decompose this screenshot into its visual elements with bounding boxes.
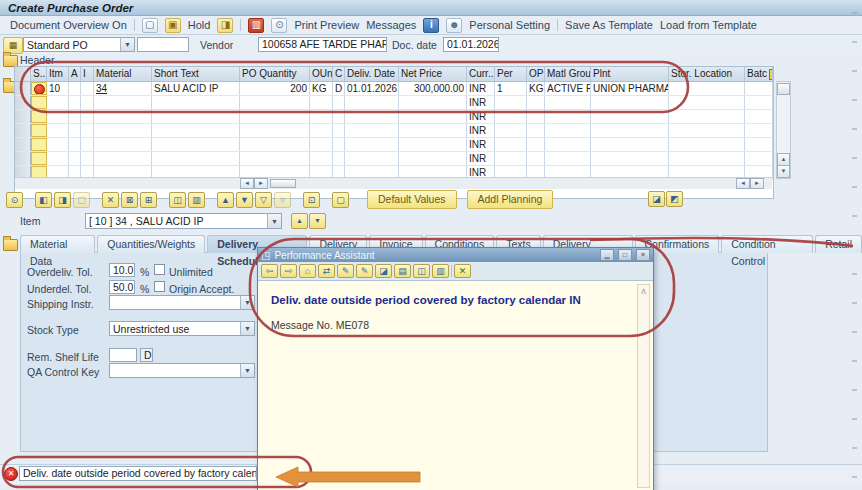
column-header[interactable]: Material xyxy=(94,67,152,81)
close-help-icon[interactable]: ✕ xyxy=(454,264,471,278)
create-document-icon[interactable]: ▢ xyxy=(142,18,158,33)
briefcase-icon[interactable]: ⊡ xyxy=(303,192,320,208)
cell-curr-default[interactable]: INR xyxy=(467,124,495,137)
row-status-cell[interactable] xyxy=(31,138,47,151)
tab-quantities-weights[interactable]: Quantities/Weights xyxy=(97,235,205,253)
chevron-down-icon[interactable]: ▼ xyxy=(240,296,254,309)
status-error-icon[interactable]: ✕ xyxy=(4,467,18,481)
cell-oun[interactable]: KG xyxy=(310,82,333,95)
row-status-cell[interactable] xyxy=(31,152,47,165)
row-selector[interactable] xyxy=(15,110,31,123)
home-icon[interactable]: ⌂ xyxy=(299,264,316,278)
vertical-scroll-thumb[interactable] xyxy=(777,83,790,95)
column-header[interactable]: Deliv. Date xyxy=(345,67,399,81)
cell-po-quantity[interactable]: 200 xyxy=(240,82,310,95)
tab-retail[interactable]: Retail xyxy=(815,235,862,253)
column-header[interactable]: S... xyxy=(31,67,47,81)
doc-date-field[interactable]: 01.01.2026 xyxy=(443,37,499,52)
pencil-icon[interactable]: ✎ xyxy=(356,264,373,278)
cell-itm[interactable]: 10 xyxy=(47,82,69,95)
table-row-empty[interactable]: INR xyxy=(15,138,773,152)
cell-stor-location[interactable] xyxy=(669,82,745,95)
column-header[interactable]: Itm xyxy=(47,67,69,81)
column-header[interactable]: A xyxy=(69,67,81,81)
column-header[interactable]: Plnt xyxy=(591,67,669,81)
glossary-icon[interactable]: ◪ xyxy=(375,264,392,278)
alert-icon[interactable]: ▥ xyxy=(248,18,264,33)
chevron-down-icon[interactable]: ▼ xyxy=(267,214,281,228)
vendor-field[interactable]: 100658 AFE TARDE PHARMACEUTICA.. xyxy=(258,37,387,52)
save-as-template-button[interactable]: Save As Template xyxy=(565,19,653,31)
document-overview-button[interactable]: Document Overview On xyxy=(10,19,127,31)
search-icon[interactable]: ⊙ xyxy=(6,192,23,208)
popup-scrollbar[interactable]: ∧ xyxy=(637,284,650,488)
scroll-left-button-2[interactable]: ◄ xyxy=(736,178,750,189)
filter-icon[interactable]: ▽ xyxy=(255,192,272,208)
cell-curr-default[interactable]: INR xyxy=(467,110,495,123)
info-icon[interactable]: i xyxy=(423,18,439,33)
cell-curr-default[interactable]: INR xyxy=(467,96,495,109)
table-row-empty[interactable]: INR xyxy=(15,124,773,138)
column-header[interactable]: I xyxy=(81,67,94,81)
cell-curr[interactable]: INR xyxy=(467,82,495,95)
origin-accept-checkbox[interactable] xyxy=(154,281,165,292)
load-from-template-button[interactable]: Load from Template xyxy=(660,19,757,31)
column-header[interactable]: PO Quantity xyxy=(240,67,310,81)
delete-item-icon[interactable]: ✕ xyxy=(102,192,119,208)
cell-c[interactable]: D xyxy=(333,82,345,95)
row-status-cell[interactable] xyxy=(31,82,47,95)
stock-type-select[interactable]: Unrestricted use ▼ xyxy=(109,321,255,336)
cell-per[interactable]: 1 xyxy=(495,82,527,95)
cell-material-link[interactable]: 34 xyxy=(94,82,152,95)
popup-titlebar[interactable]: ◳ Performance Assistant ▁ □ ✕ xyxy=(258,248,653,262)
print-preview-icon[interactable]: ⊙ xyxy=(271,18,287,33)
cell-net-price[interactable]: 300,000.00 xyxy=(399,82,467,95)
duplicate-icon[interactable]: ◫ xyxy=(169,192,186,208)
unlock-icon[interactable]: ⊞ xyxy=(140,192,157,208)
column-settings-icon[interactable]: ▥ xyxy=(188,192,205,208)
table-row-empty[interactable]: INR xyxy=(15,110,773,124)
row-selector[interactable] xyxy=(15,96,31,109)
column-header[interactable]: Matl Group xyxy=(545,67,591,81)
row-selector[interactable] xyxy=(15,82,31,95)
column-header[interactable]: Net Price xyxy=(399,67,467,81)
copy-document-icon[interactable]: ▣ xyxy=(165,18,181,33)
cell-curr-default[interactable]: INR xyxy=(467,138,495,151)
row-status-cell[interactable] xyxy=(31,110,47,123)
overdeliv-tol-field[interactable]: 10.0 xyxy=(109,263,135,277)
book-icon[interactable]: ▤ xyxy=(394,264,411,278)
table-row-empty[interactable]: INR xyxy=(15,152,773,166)
maximize-icon[interactable]: □ xyxy=(618,249,632,261)
column-header[interactable]: Per xyxy=(495,67,527,81)
selector-column-header[interactable] xyxy=(15,67,31,81)
status-message-field[interactable]: Deliv. date outside period covered by fa… xyxy=(19,466,257,481)
display-icon[interactable]: ◫ xyxy=(413,264,430,278)
swap-icon[interactable]: ⇄ xyxy=(318,264,335,278)
table-row-empty[interactable]: INR xyxy=(15,96,773,110)
minimize-icon[interactable]: ▁ xyxy=(600,249,614,261)
column-header[interactable]: C xyxy=(333,67,345,81)
header-section-label[interactable]: Header xyxy=(20,54,54,66)
print-icon[interactable]: ▥ xyxy=(432,264,449,278)
sort-ascending-icon[interactable]: ▲ xyxy=(217,192,234,208)
cell-batch[interactable] xyxy=(745,82,773,95)
previous-item-button[interactable]: ▲ xyxy=(291,213,308,229)
column-header[interactable]: Curr... xyxy=(467,67,495,81)
print-preview-button[interactable]: Print Preview xyxy=(294,19,359,31)
default-values-button[interactable]: Default Values xyxy=(367,190,457,209)
shelf-life-field[interactable] xyxy=(109,348,137,362)
export-icon[interactable]: ◪ xyxy=(648,191,665,207)
filter-off-icon[interactable]: ▿ xyxy=(274,192,291,208)
lock-template-icon[interactable]: ◩ xyxy=(666,191,683,207)
messages-button[interactable]: Messages xyxy=(366,19,416,31)
underdel-tol-field[interactable]: 50.0 xyxy=(109,280,135,294)
sort-descending-icon[interactable]: ▼ xyxy=(236,192,253,208)
chevron-down-icon[interactable]: ▼ xyxy=(120,38,134,51)
qa-control-key-select[interactable]: ▼ xyxy=(109,363,255,378)
horizontal-scroll-thumb[interactable] xyxy=(270,179,296,188)
layout-icon[interactable]: ▢ xyxy=(332,192,349,208)
scroll-left-button[interactable]: ◄ xyxy=(240,178,254,189)
copy-item-icon[interactable]: ◧ xyxy=(35,192,52,208)
check-icon[interactable]: ◨ xyxy=(217,18,233,33)
row-selector[interactable] xyxy=(15,138,31,151)
